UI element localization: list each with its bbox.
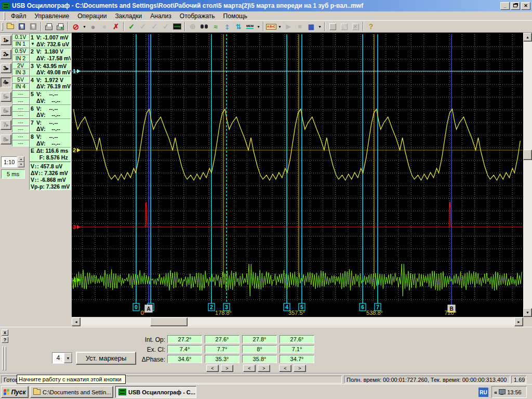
process-append-icon[interactable]: ✓ bbox=[137, 21, 149, 32]
channel-2-input[interactable]: IN 2 bbox=[12, 55, 29, 61]
vscroll-thumb[interactable] bbox=[523, 150, 532, 160]
channel-8-button[interactable]: 8▸ bbox=[1, 135, 11, 144]
channel-1-input[interactable]: IN 1 bbox=[12, 41, 29, 47]
channel-2-range[interactable]: 0.5V bbox=[12, 48, 29, 55]
restore-button[interactable] bbox=[511, 2, 520, 10]
script-panel-icon-dropdown[interactable]: ▾ bbox=[317, 21, 323, 32]
channel-3-input[interactable]: IN 3 bbox=[12, 69, 29, 75]
save-icon[interactable] bbox=[16, 21, 28, 32]
pager-prev-button[interactable]: < bbox=[206, 365, 219, 372]
scroll-up-icon[interactable]: ▲ bbox=[523, 33, 532, 42]
script-stop-icon[interactable]: ■ bbox=[294, 21, 305, 32]
pager-next-button[interactable]: > bbox=[294, 365, 306, 372]
help-icon[interactable]: ? bbox=[365, 21, 377, 32]
view-dither-icon[interactable] bbox=[338, 21, 350, 32]
divider-spinner[interactable]: ▲ ▼ bbox=[18, 156, 24, 167]
channel-2-button[interactable]: 2▸ bbox=[1, 49, 11, 59]
script-open-icon-dropdown[interactable]: ▾ bbox=[277, 21, 283, 32]
menu-bookmarks[interactable]: Закладки bbox=[111, 12, 146, 20]
scroll-right-icon[interactable]: ► bbox=[514, 317, 523, 326]
channel-5-input[interactable]: --- bbox=[12, 97, 29, 104]
timebase-value[interactable]: 5 ms bbox=[1, 169, 25, 179]
menu-operations[interactable]: Операции bbox=[73, 12, 111, 20]
panel-close-button[interactable]: x bbox=[2, 329, 8, 336]
wave-scale-icon[interactable]: ⇅ bbox=[233, 21, 244, 32]
search-icon[interactable]: ⊕ bbox=[187, 21, 198, 32]
marker-measure: F: 8.576 Hz bbox=[36, 154, 68, 161]
cylinders-select[interactable]: 4 ▼ bbox=[52, 352, 73, 364]
memory-icon-dropdown[interactable]: ▾ bbox=[256, 21, 261, 32]
channel-4-range[interactable]: 5V bbox=[12, 76, 29, 83]
horizontal-scrollbar[interactable]: ◄ ► bbox=[72, 317, 523, 326]
find-icon[interactable] bbox=[198, 21, 210, 32]
pager-next-button[interactable]: > bbox=[258, 365, 270, 372]
process-forward-icon[interactable]: ✓ bbox=[160, 21, 171, 32]
scroll-down-icon[interactable]: ▼ bbox=[523, 308, 532, 317]
divider-ratio-input[interactable]: 1:10 bbox=[1, 156, 17, 167]
taskbar-item-oscilloscope[interactable]: USB Осциллограф - C... bbox=[115, 386, 196, 398]
channel-7-range[interactable]: --- bbox=[12, 118, 29, 125]
open-file-icon[interactable] bbox=[5, 21, 16, 32]
channel-3-range[interactable]: 2V bbox=[12, 62, 29, 69]
pager-prev-button[interactable]: < bbox=[279, 365, 291, 372]
set-markers-button[interactable]: Уст. маркеры bbox=[76, 352, 136, 365]
delete-data-icon[interactable]: ✗ bbox=[110, 21, 122, 32]
channel-6-button[interactable]: 6▸ bbox=[1, 106, 11, 116]
process-forward-icon: ✓ bbox=[163, 23, 169, 30]
svg-text:1: 1 bbox=[73, 68, 76, 74]
wave-cursors-icon[interactable]: ‡ bbox=[221, 21, 233, 32]
channel-3-button[interactable]: 3▸ bbox=[1, 63, 11, 73]
menu-display[interactable]: Отображать bbox=[176, 12, 219, 20]
spin-up-icon[interactable]: ▲ bbox=[18, 156, 24, 162]
pager-next-button[interactable]: > bbox=[221, 365, 233, 372]
channel-8-input[interactable]: --- bbox=[12, 140, 29, 147]
combo-arrow-icon[interactable]: ▼ bbox=[64, 353, 72, 363]
save-all-icon[interactable] bbox=[28, 21, 39, 32]
process-redo-icon[interactable]: ✓ bbox=[149, 21, 160, 32]
view-off-icon[interactable]: ✕ bbox=[350, 21, 361, 32]
channel-6-input[interactable]: --- bbox=[12, 111, 29, 118]
channel-1-button[interactable]: 1▸ bbox=[1, 35, 11, 45]
vertical-scrollbar[interactable]: ▲ ▼ bbox=[523, 33, 532, 317]
menu-analysis[interactable]: Анализ bbox=[146, 12, 176, 20]
menu-control[interactable]: Управление bbox=[31, 12, 74, 20]
taskbar-item-explorer[interactable]: C:\Documents and Settin... bbox=[30, 386, 113, 398]
start-button[interactable]: Пуск bbox=[1, 386, 29, 398]
oscilloscope-plot[interactable]: 123401234567AB0°178.8°357.5°538.8°720° bbox=[72, 33, 523, 317]
script-run-icon[interactable]: ▶ bbox=[283, 21, 294, 32]
print-icon[interactable] bbox=[43, 21, 55, 32]
scroll-left-icon[interactable]: ◄ bbox=[72, 317, 81, 326]
panel-help-button[interactable]: ? bbox=[2, 337, 8, 343]
minimize-button[interactable]: _ bbox=[500, 2, 510, 10]
channel-7-input[interactable]: --- bbox=[12, 126, 29, 132]
view-normal-icon[interactable] bbox=[327, 21, 338, 32]
channel-4-input[interactable]: IN 4 bbox=[12, 83, 29, 90]
spin-down-icon[interactable]: ▼ bbox=[18, 162, 24, 168]
language-indicator[interactable]: RU bbox=[478, 388, 488, 397]
close-button[interactable]: ✕ bbox=[521, 2, 530, 10]
display-mode-icon[interactable] bbox=[171, 21, 183, 32]
channel-5-button[interactable]: 5▸ bbox=[1, 92, 11, 102]
script-open-icon[interactable]: A:B+C bbox=[265, 21, 277, 32]
pager-prev-button[interactable]: < bbox=[243, 365, 256, 372]
print-preview-icon[interactable] bbox=[55, 21, 66, 32]
hscroll-thumb[interactable] bbox=[150, 317, 188, 326]
menu-help[interactable]: Помощь bbox=[219, 12, 251, 20]
channel-7-button[interactable]: 7▸ bbox=[1, 120, 11, 130]
wave-markers-icon[interactable]: ≈ bbox=[210, 21, 221, 32]
record-icon[interactable]: ● bbox=[87, 21, 99, 32]
channel-6-range[interactable]: --- bbox=[12, 104, 29, 111]
record-options-icon[interactable]: ● bbox=[99, 21, 110, 32]
stop-acquisition-icon[interactable]: ⊘ bbox=[70, 21, 82, 32]
tray-expand-icon[interactable]: « bbox=[494, 389, 497, 395]
channel-8-range[interactable]: --- bbox=[12, 133, 29, 140]
process-run-icon[interactable]: ✓ bbox=[126, 21, 137, 32]
display-settings-icon[interactable] bbox=[499, 389, 506, 395]
stop-acquisition-icon-dropdown[interactable]: ▾ bbox=[82, 21, 87, 32]
channel-5-range[interactable]: --- bbox=[12, 90, 29, 97]
channel-1-range[interactable]: 0.1V bbox=[12, 34, 29, 41]
channel-4-button[interactable]: 4▸ bbox=[1, 77, 11, 87]
script-panel-icon[interactable]: ▦ bbox=[305, 21, 317, 32]
menu-file[interactable]: Файл bbox=[7, 12, 31, 20]
memory-icon[interactable]: MEM bbox=[244, 21, 256, 32]
